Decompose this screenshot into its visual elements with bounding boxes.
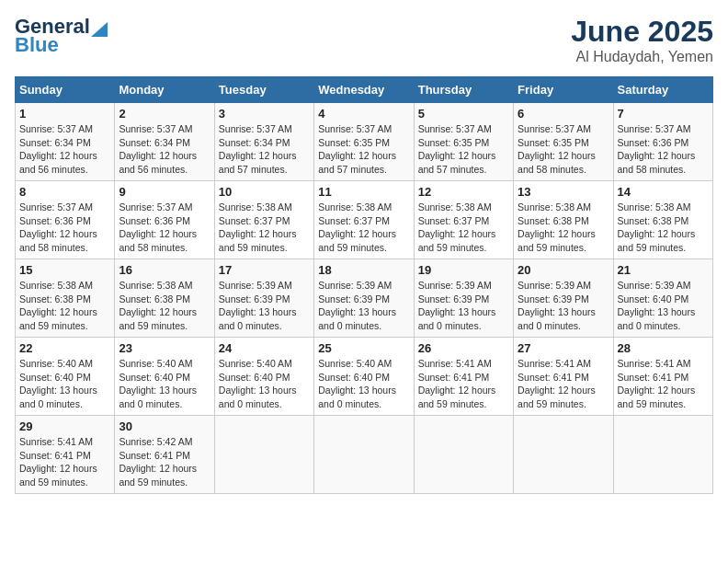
day-number: 8	[19, 185, 110, 199]
day-info: Sunrise: 5:38 AM Sunset: 6:37 PM Dayligh…	[418, 201, 509, 255]
day-info: Sunrise: 5:38 AM Sunset: 6:37 PM Dayligh…	[318, 201, 409, 255]
day-info: Sunrise: 5:38 AM Sunset: 6:38 PM Dayligh…	[518, 201, 609, 255]
day-number: 25	[318, 341, 409, 355]
calendar-cell: 16Sunrise: 5:38 AM Sunset: 6:38 PM Dayli…	[115, 259, 214, 338]
day-number: 22	[19, 341, 110, 355]
day-number: 17	[219, 263, 310, 277]
day-number: 14	[618, 185, 709, 199]
calendar-cell: 3Sunrise: 5:37 AM Sunset: 6:34 PM Daylig…	[214, 103, 313, 181]
day-info: Sunrise: 5:37 AM Sunset: 6:34 PM Dayligh…	[119, 122, 210, 177]
calendar-cell: 21Sunrise: 5:39 AM Sunset: 6:40 PM Dayli…	[613, 259, 712, 338]
day-info: Sunrise: 5:40 AM Sunset: 6:40 PM Dayligh…	[119, 357, 210, 411]
day-info: Sunrise: 5:40 AM Sunset: 6:40 PM Dayligh…	[219, 357, 310, 411]
day-info: Sunrise: 5:37 AM Sunset: 6:35 PM Dayligh…	[418, 122, 509, 177]
day-info: Sunrise: 5:40 AM Sunset: 6:40 PM Dayligh…	[318, 357, 409, 411]
calendar-cell	[613, 416, 712, 494]
calendar-cell: 29Sunrise: 5:41 AM Sunset: 6:41 PM Dayli…	[16, 416, 115, 494]
weekday-header-friday: Friday	[514, 77, 613, 103]
day-info: Sunrise: 5:37 AM Sunset: 6:34 PM Dayligh…	[219, 122, 310, 177]
calendar-cell: 11Sunrise: 5:38 AM Sunset: 6:37 PM Dayli…	[314, 181, 414, 259]
calendar-cell: 10Sunrise: 5:38 AM Sunset: 6:37 PM Dayli…	[214, 181, 313, 259]
day-number: 12	[418, 185, 509, 199]
calendar-cell: 13Sunrise: 5:38 AM Sunset: 6:38 PM Dayli…	[514, 181, 613, 259]
day-number: 6	[518, 107, 609, 121]
calendar-cell: 8Sunrise: 5:37 AM Sunset: 6:36 PM Daylig…	[16, 181, 115, 259]
day-info: Sunrise: 5:38 AM Sunset: 6:37 PM Dayligh…	[219, 201, 310, 255]
day-info: Sunrise: 5:38 AM Sunset: 6:38 PM Dayligh…	[119, 279, 210, 333]
calendar-cell: 18Sunrise: 5:39 AM Sunset: 6:39 PM Dayli…	[314, 259, 414, 338]
svg-marker-0	[91, 22, 108, 37]
calendar-cell: 4Sunrise: 5:37 AM Sunset: 6:35 PM Daylig…	[314, 103, 414, 181]
day-number: 5	[418, 107, 509, 121]
calendar-cell: 26Sunrise: 5:41 AM Sunset: 6:41 PM Dayli…	[414, 338, 513, 416]
calendar-cell: 28Sunrise: 5:41 AM Sunset: 6:41 PM Dayli…	[613, 338, 712, 416]
calendar-cell: 25Sunrise: 5:40 AM Sunset: 6:40 PM Dayli…	[314, 338, 414, 416]
day-info: Sunrise: 5:37 AM Sunset: 6:36 PM Dayligh…	[618, 122, 709, 177]
logo-blue: Blue	[15, 33, 59, 57]
day-info: Sunrise: 5:38 AM Sunset: 6:38 PM Dayligh…	[19, 279, 110, 333]
day-number: 4	[318, 107, 409, 121]
calendar-cell: 22Sunrise: 5:40 AM Sunset: 6:40 PM Dayli…	[16, 338, 115, 416]
calendar-cell: 19Sunrise: 5:39 AM Sunset: 6:39 PM Dayli…	[414, 259, 513, 338]
day-info: Sunrise: 5:39 AM Sunset: 6:39 PM Dayligh…	[219, 279, 310, 333]
day-info: Sunrise: 5:40 AM Sunset: 6:40 PM Dayligh…	[19, 357, 110, 411]
weekday-header-sunday: Sunday	[16, 77, 115, 103]
day-number: 30	[119, 419, 210, 433]
weekday-header-wednesday: Wednesday	[314, 77, 414, 103]
calendar-cell: 9Sunrise: 5:37 AM Sunset: 6:36 PM Daylig…	[115, 181, 214, 259]
logo: General Blue	[15, 15, 108, 57]
calendar-cell: 6Sunrise: 5:37 AM Sunset: 6:35 PM Daylig…	[514, 103, 613, 181]
weekday-header-tuesday: Tuesday	[214, 77, 313, 103]
day-number: 24	[219, 341, 310, 355]
day-number: 2	[119, 107, 210, 121]
day-number: 18	[318, 263, 409, 277]
day-number: 29	[19, 419, 110, 433]
day-number: 9	[119, 185, 210, 199]
day-number: 13	[518, 185, 609, 199]
day-number: 1	[19, 107, 110, 121]
day-number: 10	[219, 185, 310, 199]
day-info: Sunrise: 5:41 AM Sunset: 6:41 PM Dayligh…	[518, 357, 609, 411]
day-info: Sunrise: 5:37 AM Sunset: 6:36 PM Dayligh…	[119, 201, 210, 255]
title-area: June 2025 Al Hudaydah, Yemen	[571, 15, 713, 65]
weekday-header-saturday: Saturday	[613, 77, 712, 103]
day-info: Sunrise: 5:39 AM Sunset: 6:40 PM Dayligh…	[618, 279, 709, 333]
calendar-cell: 27Sunrise: 5:41 AM Sunset: 6:41 PM Dayli…	[514, 338, 613, 416]
month-title: June 2025	[571, 15, 713, 49]
day-number: 20	[518, 263, 609, 277]
calendar-cell: 30Sunrise: 5:42 AM Sunset: 6:41 PM Dayli…	[115, 416, 214, 494]
calendar-cell	[314, 416, 414, 494]
day-number: 15	[19, 263, 110, 277]
day-number: 7	[618, 107, 709, 121]
calendar-cell: 23Sunrise: 5:40 AM Sunset: 6:40 PM Dayli…	[115, 338, 214, 416]
day-number: 23	[119, 341, 210, 355]
day-info: Sunrise: 5:37 AM Sunset: 6:34 PM Dayligh…	[19, 122, 110, 177]
calendar-cell: 12Sunrise: 5:38 AM Sunset: 6:37 PM Dayli…	[414, 181, 513, 259]
day-info: Sunrise: 5:41 AM Sunset: 6:41 PM Dayligh…	[418, 357, 509, 411]
location: Al Hudaydah, Yemen	[571, 49, 713, 65]
calendar-cell: 14Sunrise: 5:38 AM Sunset: 6:38 PM Dayli…	[613, 181, 712, 259]
day-number: 19	[418, 263, 509, 277]
calendar-cell: 7Sunrise: 5:37 AM Sunset: 6:36 PM Daylig…	[613, 103, 712, 181]
calendar-cell: 1Sunrise: 5:37 AM Sunset: 6:34 PM Daylig…	[16, 103, 115, 181]
day-info: Sunrise: 5:37 AM Sunset: 6:36 PM Dayligh…	[19, 201, 110, 255]
day-info: Sunrise: 5:39 AM Sunset: 6:39 PM Dayligh…	[418, 279, 509, 333]
calendar-cell: 24Sunrise: 5:40 AM Sunset: 6:40 PM Dayli…	[214, 338, 313, 416]
calendar-cell: 2Sunrise: 5:37 AM Sunset: 6:34 PM Daylig…	[115, 103, 214, 181]
calendar-table: SundayMondayTuesdayWednesdayThursdayFrid…	[15, 76, 713, 494]
weekday-header-monday: Monday	[115, 77, 214, 103]
day-info: Sunrise: 5:38 AM Sunset: 6:38 PM Dayligh…	[618, 201, 709, 255]
day-info: Sunrise: 5:37 AM Sunset: 6:35 PM Dayligh…	[318, 122, 409, 177]
page-header: General Blue June 2025 Al Hudaydah, Yeme…	[15, 15, 713, 65]
day-info: Sunrise: 5:39 AM Sunset: 6:39 PM Dayligh…	[518, 279, 609, 333]
day-info: Sunrise: 5:39 AM Sunset: 6:39 PM Dayligh…	[318, 279, 409, 333]
calendar-cell	[214, 416, 313, 494]
day-number: 27	[518, 341, 609, 355]
day-info: Sunrise: 5:41 AM Sunset: 6:41 PM Dayligh…	[618, 357, 709, 411]
day-number: 28	[618, 341, 709, 355]
day-number: 21	[618, 263, 709, 277]
calendar-cell	[414, 416, 513, 494]
calendar-cell	[514, 416, 613, 494]
calendar-cell: 15Sunrise: 5:38 AM Sunset: 6:38 PM Dayli…	[16, 259, 115, 338]
logo-bird-icon	[91, 20, 108, 37]
